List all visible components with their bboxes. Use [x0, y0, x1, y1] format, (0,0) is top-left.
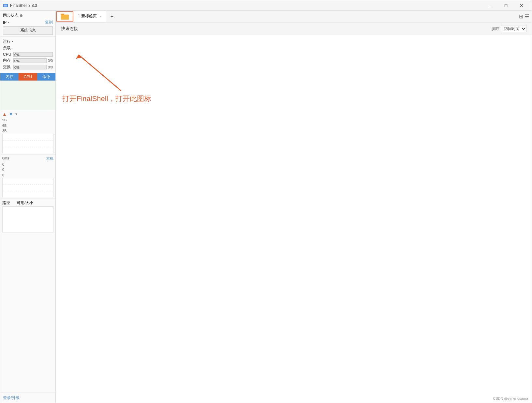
- titlebar: FinalShell 3.8.3 — □ ✕: [0, 0, 532, 11]
- net-val-9b: 9B: [2, 117, 53, 123]
- sort-area: 排序 访问时间: [492, 25, 526, 32]
- net-graph-svg: [3, 134, 53, 153]
- run-label: 运行 -: [3, 39, 53, 44]
- latency-values: 0 0 0: [2, 162, 53, 178]
- cpu-bar-container: 0%: [13, 52, 53, 57]
- svg-marker-8: [76, 55, 82, 59]
- ip-label: IP -: [3, 20, 9, 25]
- disk-path-label: 路径: [2, 200, 10, 206]
- annotation-container: 打开FinalShell，打开此图标: [69, 48, 134, 101]
- annotation-arrow-svg: [69, 48, 134, 100]
- app-icon: [3, 3, 8, 8]
- titlebar-title: FinalShell 3.8.3: [10, 3, 37, 8]
- latency-v3: 0: [2, 172, 53, 178]
- memory-bar-container: 0%: [13, 58, 47, 63]
- sidebar-chart: [0, 81, 55, 110]
- sort-select[interactable]: 访问时间: [501, 25, 526, 32]
- tab-1-close[interactable]: ×: [99, 14, 103, 19]
- sidebar-network: ▲ ▼ ▾ 9B 6B 3B: [0, 110, 55, 155]
- tab-cpu[interactable]: CPU: [19, 73, 37, 81]
- sort-label: 排序: [492, 26, 500, 32]
- sidebar: 同步状态 IP - 复制 系统信息 运行 - 负载 -: [0, 11, 56, 403]
- tab-bar: 1 新标签页 × + ⊞ ☰: [56, 11, 532, 22]
- tab-command[interactable]: 命令: [37, 73, 55, 81]
- memory-label: 内存: [3, 58, 12, 63]
- swap-stat-row: 交换 0% 0/0: [3, 64, 53, 70]
- main-layout: 同步状态 IP - 复制 系统信息 运行 - 负载 -: [0, 11, 532, 403]
- network-header: ▲ ▼ ▾: [2, 112, 53, 117]
- quick-connect-label: 快速连接: [61, 26, 78, 32]
- quick-connect-bar: 快速连接 排序 访问时间: [56, 22, 532, 35]
- cpu-stat-row: CPU 0%: [3, 52, 53, 57]
- grid-icon[interactable]: ⊞: [519, 13, 523, 20]
- tab-memory[interactable]: 内存: [0, 73, 19, 81]
- disk-header: 路径 可用/大小: [2, 200, 53, 206]
- minimize-button[interactable]: —: [483, 1, 498, 10]
- expand-arrow-icon: ▾: [15, 112, 17, 116]
- memory-stat-row: 内存 0% 0/0: [3, 58, 53, 63]
- folder-icon-button[interactable]: [56, 11, 73, 22]
- sidebar-disk: 路径 可用/大小: [0, 199, 55, 393]
- sidebar-latency: 0ms 本机 0 0 0: [0, 155, 55, 199]
- svg-rect-1: [4, 5, 7, 7]
- download-arrow-icon: ▼: [9, 112, 13, 117]
- swap-total: 0/0: [48, 65, 53, 69]
- memory-value: 0%: [14, 59, 20, 63]
- disk-size-label: 可用/大小: [17, 200, 33, 206]
- net-arrows: ▲ ▼ ▾: [2, 112, 17, 117]
- cpu-label: CPU: [3, 52, 12, 57]
- sync-label: 同步状态: [3, 13, 19, 18]
- latency-v2: 0: [2, 167, 53, 172]
- sidebar-bottom: 登录/升级: [0, 393, 55, 403]
- copy-button[interactable]: 复制: [45, 20, 53, 25]
- annotation-text: 打开FinalShell，打开此图标: [62, 94, 151, 104]
- tab-bar-right: ⊞ ☰: [519, 11, 532, 22]
- upload-arrow-icon: ▲: [2, 112, 7, 117]
- content-area: 1 新标签页 × + ⊞ ☰ 快速连接 排序 访问时间: [56, 11, 532, 403]
- memory-total: 0/0: [48, 59, 53, 63]
- main-window: FinalShell 3.8.3 — □ ✕ 同步状态 IP -: [0, 0, 532, 403]
- add-tab-button[interactable]: +: [107, 11, 117, 22]
- tab-1[interactable]: 1 新标签页 ×: [74, 11, 107, 22]
- sidebar-top: 同步状态 IP - 复制 系统信息: [0, 11, 55, 37]
- cpu-value: 0%: [14, 52, 20, 57]
- sync-row: 同步状态: [3, 13, 53, 18]
- sysinfo-button[interactable]: 系统信息: [3, 26, 53, 35]
- net-graph: [2, 134, 53, 153]
- login-label[interactable]: 登录/升级: [3, 396, 20, 400]
- latency-local: 本机: [46, 156, 53, 161]
- net-val-6b: 6B: [2, 123, 53, 128]
- watermark: CSDN @yimengsama: [493, 396, 528, 400]
- titlebar-controls: — □ ✕: [483, 1, 529, 10]
- swap-value: 0%: [14, 65, 20, 70]
- sync-dot: [20, 14, 22, 17]
- content-main: 打开FinalShell，打开此图标: [56, 35, 532, 403]
- maximize-button[interactable]: □: [498, 1, 513, 10]
- folder-icon-svg: [60, 13, 69, 21]
- latency-v1: 0: [2, 162, 53, 167]
- latency-ms: 0ms: [2, 156, 9, 161]
- titlebar-left: FinalShell 3.8.3: [3, 3, 37, 8]
- ip-row: IP - 复制: [3, 20, 53, 25]
- load-label: 负载 -: [3, 45, 53, 51]
- sidebar-stats: 运行 - 负载 - CPU 0% 内存 0%: [0, 37, 55, 73]
- disk-content: [2, 206, 53, 232]
- swap-label: 交换: [3, 64, 12, 70]
- sidebar-tabs: 内存 CPU 命令: [0, 73, 55, 81]
- close-button[interactable]: ✕: [514, 1, 529, 10]
- latency-graph-svg: [3, 178, 53, 197]
- latency-graph: [2, 178, 53, 197]
- menu-icon[interactable]: ☰: [525, 13, 529, 20]
- latency-header: 0ms 本机: [2, 156, 53, 161]
- tab-1-label: 1 新标签页: [78, 13, 97, 19]
- net-values: 9B 6B 3B: [2, 117, 53, 134]
- net-val-3b: 3B: [2, 128, 53, 134]
- swap-bar-container: 0%: [13, 65, 47, 69]
